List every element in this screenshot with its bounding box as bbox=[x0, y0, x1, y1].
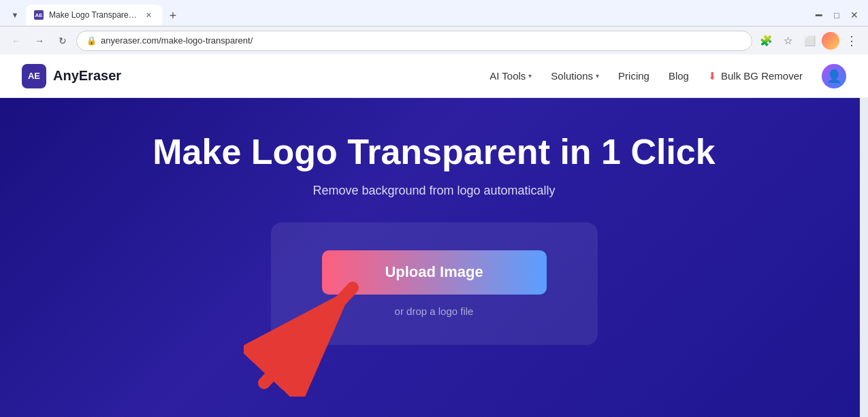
maximize-button[interactable]: □ bbox=[830, 8, 843, 22]
upload-image-button[interactable]: Upload Image bbox=[322, 250, 547, 295]
bookmark-icon[interactable]: ☆ bbox=[778, 31, 797, 50]
browser-tab-active[interactable]: AE Make Logo Transparent in 1 Cl ✕ bbox=[26, 5, 162, 25]
menu-button[interactable]: ⋮ bbox=[842, 31, 861, 50]
back-button[interactable]: ← bbox=[7, 31, 26, 50]
address-text: anyeraser.com/make-logo-transparent/ bbox=[101, 35, 742, 46]
bulk-icon: ⬇ bbox=[708, 70, 717, 82]
nav-ai-tools[interactable]: AI Tools ▾ bbox=[489, 70, 532, 82]
toolbar-icons: 🧩 ☆ ⬜ ⋮ bbox=[756, 31, 861, 50]
nav-pricing[interactable]: Pricing bbox=[618, 70, 649, 82]
new-tab-button[interactable]: + bbox=[163, 6, 182, 25]
browser-title-bar: ▼ AE Make Logo Transparent in 1 Cl ✕ + ━… bbox=[0, 0, 868, 26]
address-bar[interactable]: 🔒 anyeraser.com/make-logo-transparent/ bbox=[76, 31, 752, 51]
chevron-down-icon-2: ▾ bbox=[596, 72, 599, 80]
drop-file-text: or drop a logo file bbox=[395, 305, 474, 317]
chevron-down-icon: ▾ bbox=[528, 72, 532, 80]
hero-subtitle: Remove background from logo automaticall… bbox=[312, 184, 555, 198]
lock-icon: 🔒 bbox=[86, 36, 97, 46]
user-profile-button[interactable]: 👤 bbox=[822, 64, 846, 88]
reload-button[interactable]: ↻ bbox=[53, 31, 72, 50]
nav-logo[interactable]: AE AnyEraser bbox=[22, 64, 121, 88]
tab-close-button[interactable]: ✕ bbox=[143, 10, 154, 20]
minimize-button[interactable]: ━ bbox=[812, 8, 826, 22]
upload-zone: Upload Image or drop a logo file bbox=[271, 222, 598, 345]
scrollbar-track bbox=[860, 54, 868, 417]
page-wrapper: AE AnyEraser AI Tools ▾ Solutions ▾ Pric… bbox=[0, 54, 868, 417]
logo-icon: AE bbox=[22, 64, 46, 88]
tab-strip: AE Make Logo Transparent in 1 Cl ✕ + bbox=[26, 5, 182, 25]
tab-favicon: AE bbox=[34, 10, 44, 20]
browser-chrome: ▼ AE Make Logo Transparent in 1 Cl ✕ + ━… bbox=[0, 0, 868, 54]
nav-links: AI Tools ▾ Solutions ▾ Pricing Blog ⬇ Bu… bbox=[489, 64, 846, 88]
hero-title: Make Logo Transparent in 1 Click bbox=[152, 132, 715, 173]
brand-name: AnyEraser bbox=[53, 68, 121, 84]
tab-list-button[interactable]: ▼ bbox=[7, 7, 23, 23]
extension-icon-2[interactable]: ⬜ bbox=[800, 31, 819, 50]
nav-blog[interactable]: Blog bbox=[669, 70, 689, 82]
browser-toolbar: ← → ↻ 🔒 anyeraser.com/make-logo-transpar… bbox=[0, 26, 868, 54]
forward-button[interactable]: → bbox=[30, 31, 49, 50]
tab-title: Make Logo Transparent in 1 Cl bbox=[49, 10, 138, 20]
profile-avatar[interactable] bbox=[822, 32, 839, 50]
close-window-button[interactable]: ✕ bbox=[848, 8, 861, 22]
site-nav: AE AnyEraser AI Tools ▾ Solutions ▾ Pric… bbox=[0, 54, 868, 98]
extensions-icon[interactable]: 🧩 bbox=[756, 31, 775, 50]
hero-section: Make Logo Transparent in 1 Click Remove … bbox=[0, 98, 868, 417]
nav-bulk-bg-remover[interactable]: ⬇ Bulk BG Remover bbox=[708, 70, 803, 82]
nav-solutions[interactable]: Solutions ▾ bbox=[551, 70, 599, 82]
